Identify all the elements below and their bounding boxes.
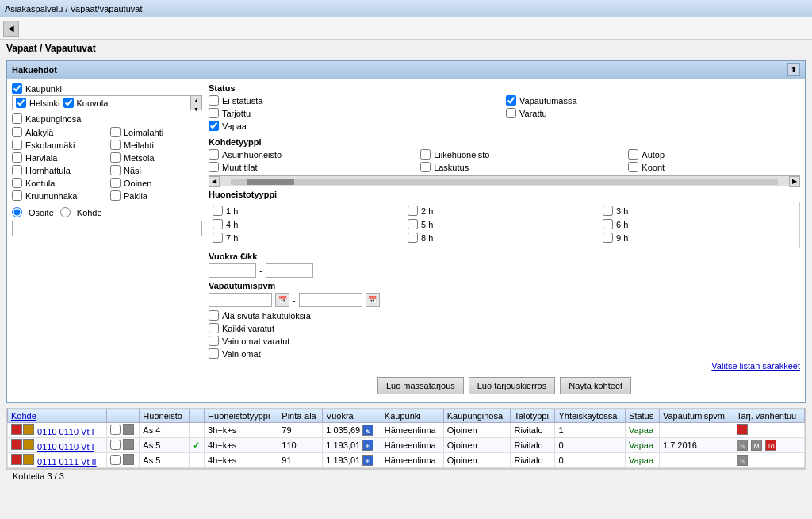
vain-omat-row: Vain omat <box>209 348 800 359</box>
toolbar-icon-back[interactable]: ◀ <box>3 21 19 37</box>
kaikki-varatut-cb[interactable] <box>209 323 219 333</box>
autop-cb[interactable] <box>628 149 638 160</box>
vapautumispvm-from-input[interactable] <box>209 293 272 307</box>
eskolanmaki-cb[interactable] <box>12 140 22 150</box>
harviala-cb[interactable] <box>12 152 22 163</box>
nasi-cb[interactable] <box>110 165 121 175</box>
meilahti-cb[interactable] <box>110 140 121 150</box>
search-input[interactable] <box>12 221 202 236</box>
kaupunki-checkbox[interactable] <box>12 83 22 94</box>
h4-cb[interactable] <box>213 219 223 229</box>
h2-cb[interactable] <box>408 206 418 216</box>
muut-tilat-cb[interactable] <box>209 162 219 172</box>
alakyla-cb[interactable] <box>12 127 22 137</box>
kouvola-checkbox[interactable] <box>63 98 74 108</box>
scroll-thumb <box>247 179 294 185</box>
tarj-icon-to[interactable]: To <box>765 440 776 451</box>
kohdetyyppi-scrollbar[interactable]: ◀ ▶ <box>209 175 800 186</box>
scroll-left-btn[interactable]: ◀ <box>209 176 220 187</box>
row-action-icon[interactable] <box>11 454 22 465</box>
massatarjous-button[interactable]: Luo massatarjous <box>377 377 464 394</box>
page-title: Vapaat / Vapautuvat <box>0 40 812 57</box>
h3-cb[interactable] <box>603 206 613 216</box>
row-action-icon[interactable] <box>11 424 22 435</box>
laskutus-cb[interactable] <box>420 162 431 172</box>
vain-omat-varatut-cb[interactable] <box>209 336 219 346</box>
scroll-down-arrow[interactable]: ▼ <box>192 105 201 113</box>
row-person-icon[interactable] <box>123 454 134 465</box>
vuokra-icon[interactable]: € <box>362 455 373 466</box>
vuokra-icon[interactable]: € <box>362 425 373 436</box>
vapautumispvm-to-input[interactable] <box>299 293 362 307</box>
kohde-link[interactable]: 0110 0110 Vt I <box>37 427 94 436</box>
vapautumassa-cb[interactable] <box>506 95 516 106</box>
table-body: 0110 0110 Vt I As 4 3h+k+s 79 1 035,69 €… <box>8 423 805 468</box>
cell-kaupunginosa: Ojoinen <box>443 453 511 468</box>
h1-cb[interactable] <box>213 206 223 216</box>
liikehuoneisto-cb[interactable] <box>420 149 431 160</box>
koont-cb[interactable] <box>628 162 638 172</box>
ei-sivuta-cb[interactable] <box>209 310 219 321</box>
row-checkbox[interactable] <box>110 425 121 435</box>
row-action-icon[interactable] <box>23 424 34 435</box>
loimalahti-cb[interactable] <box>110 127 121 137</box>
tarjottu-cb[interactable] <box>209 108 219 118</box>
asuinhuoneisto-cb[interactable] <box>209 149 219 160</box>
helsinki-checkbox[interactable] <box>16 98 26 108</box>
sarakkeet-link[interactable]: Valitse listan sarakkeet <box>711 361 800 371</box>
calendar-to-btn[interactable]: 📅 <box>366 293 380 307</box>
calendar-from-btn[interactable]: 📅 <box>275 293 289 307</box>
tarj-icon-s[interactable]: S <box>737 455 748 466</box>
scroll-right-btn[interactable]: ▶ <box>789 176 800 187</box>
radio-kohde[interactable] <box>60 207 71 217</box>
h5-cb[interactable] <box>408 219 418 229</box>
vapaa-cb[interactable] <box>209 121 219 131</box>
row-action-icon[interactable] <box>11 439 22 450</box>
row-action-icon[interactable] <box>23 454 34 465</box>
panel-title: Hakuehdot <box>12 65 57 75</box>
row-person-icon[interactable] <box>123 424 134 435</box>
kaupunginosa-checkbox[interactable] <box>12 113 22 124</box>
scroll-up-arrow[interactable]: ▲ <box>192 96 201 105</box>
vapaa-row: Vapaa <box>209 121 503 131</box>
row-person-icon[interactable] <box>123 439 134 450</box>
h7-cb[interactable] <box>213 233 223 243</box>
ooinen-cb[interactable] <box>110 178 121 188</box>
col-kohde[interactable]: Kohde <box>8 409 107 423</box>
vuokra-max-input[interactable] <box>266 263 313 278</box>
tarj-icon-s[interactable]: S <box>737 440 748 451</box>
vain-omat-cb[interactable] <box>209 348 219 359</box>
nayta-kohteet-button[interactable]: Näytä kohteet <box>560 377 631 394</box>
cell-talotyppi: Rivitalo <box>511 453 555 468</box>
pakila-cb[interactable] <box>110 190 121 201</box>
h8-cb[interactable] <box>408 233 418 243</box>
tarj-icon-red[interactable] <box>737 424 748 435</box>
cell-kaupunki: Hämeenlinna <box>381 423 443 438</box>
ei-statusta-cb[interactable] <box>209 95 219 106</box>
status-grid: Ei statusta Vapautumassa Tarjottu V <box>209 95 800 133</box>
kontula-cb[interactable] <box>12 178 22 188</box>
huoneistotyyppi-grid: 1 h 2 h 3 h 4 h <box>209 202 800 248</box>
radio-osoite[interactable] <box>12 207 22 217</box>
kohde-link[interactable]: 0110 0110 Vt I <box>37 442 94 452</box>
tarjouskierros-button[interactable]: Luo tarjouskierros <box>469 377 555 394</box>
col-kaupunginosa: Kaupunginosa <box>443 409 511 423</box>
varattu-cb[interactable] <box>506 108 516 118</box>
metsola-cb[interactable] <box>110 152 121 163</box>
vuokra-label: Vuokra €/kk <box>209 252 800 261</box>
h6-cb[interactable] <box>603 219 613 229</box>
city-scrollbar[interactable]: ▲ ▼ <box>190 96 201 110</box>
kohde-link[interactable]: 0111 0111 Vt II <box>37 457 97 467</box>
helsinki-label: Helsinki <box>29 98 60 108</box>
tarj-icon-m[interactable]: M <box>751 440 762 451</box>
row-checkbox[interactable] <box>110 440 121 450</box>
panel-collapse-btn[interactable]: ⬆ <box>787 63 800 76</box>
vuokra-min-input[interactable] <box>209 263 256 278</box>
button-row: Luo massatarjous Luo tarjouskierros Näyt… <box>209 374 800 398</box>
h9-cb[interactable] <box>603 233 613 243</box>
row-action-icon[interactable] <box>23 439 34 450</box>
row-checkbox[interactable] <box>110 455 121 465</box>
hornhattula-cb[interactable] <box>12 165 22 175</box>
kruununhaka-cb[interactable] <box>12 190 22 201</box>
vuokra-icon[interactable]: € <box>362 440 373 451</box>
